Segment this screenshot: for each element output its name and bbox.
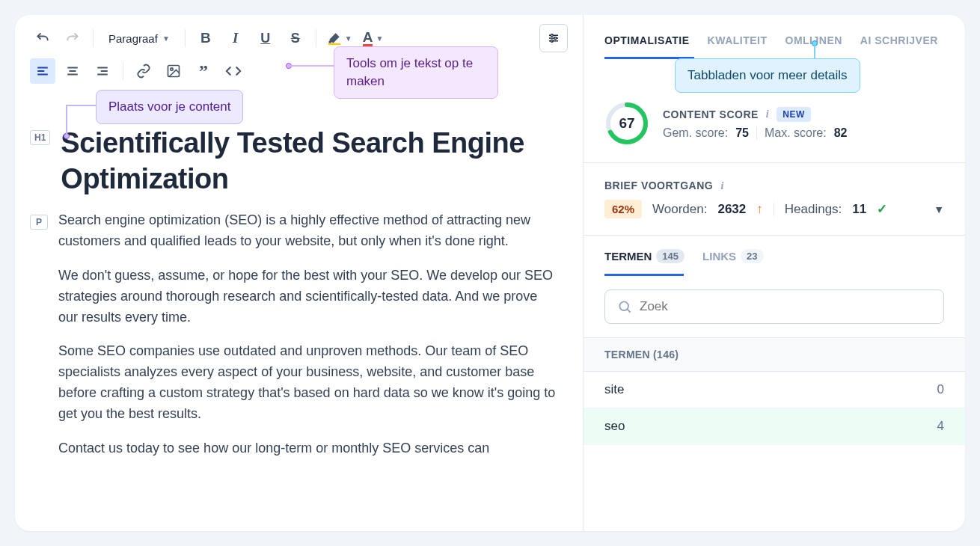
callout-content: Plaats voor je content: [96, 90, 243, 124]
toolbar: Paragraaf ▼ B I U S ▼ A ▼: [15, 15, 583, 96]
paragraph[interactable]: Contact us today to see how our long-ter…: [58, 438, 560, 459]
app-window: Paragraaf ▼ B I U S ▼ A ▼: [15, 15, 965, 531]
svg-point-6: [551, 40, 553, 42]
align-right-button[interactable]: [90, 58, 115, 84]
info-icon[interactable]: i: [766, 108, 769, 120]
block-type-label: Paragraaf: [108, 32, 158, 45]
check-icon: ✓: [877, 201, 887, 217]
svg-point-20: [619, 301, 628, 310]
svg-line-21: [627, 309, 630, 312]
link-button[interactable]: [131, 58, 156, 84]
paragraph[interactable]: We don't guess, assume, or hope for the …: [58, 266, 560, 328]
tab-ai-schrijver[interactable]: AI SCHRIJVER: [860, 34, 938, 46]
settings-button[interactable]: [539, 24, 568, 52]
paragraph[interactable]: Some SEO companies use outdated and unpr…: [58, 341, 560, 425]
search-icon: [617, 299, 632, 314]
info-icon[interactable]: i: [721, 180, 724, 191]
callout-tabs: Tabbladen voor meer details: [675, 58, 860, 93]
code-button[interactable]: [221, 58, 246, 84]
search-input[interactable]: [640, 299, 931, 314]
svg-point-17: [171, 68, 173, 70]
italic-button[interactable]: I: [223, 25, 248, 51]
chevron-down-icon[interactable]: ▼: [934, 203, 944, 215]
chevron-down-icon: ▼: [376, 34, 383, 43]
tab-optimalisatie[interactable]: OPTIMALISATIE: [604, 34, 690, 46]
chevron-down-icon: ▼: [162, 34, 170, 43]
editor-pane: Paragraaf ▼ B I U S ▼ A ▼: [15, 15, 584, 531]
callout-tools: Tools om je tekst op te maken: [334, 46, 498, 99]
term-count: 0: [937, 382, 944, 397]
brief-percent: 62%: [604, 200, 642, 218]
bold-button[interactable]: B: [193, 25, 218, 51]
heading-1[interactable]: Scientifically Tested Search Engine Opti…: [61, 126, 560, 197]
chevron-down-icon: ▼: [345, 34, 352, 43]
term-row[interactable]: site0: [584, 372, 965, 408]
tab-termen[interactable]: TERMEN 145: [604, 249, 685, 274]
block-tag-h1: H1: [30, 130, 50, 145]
score-label: CONTENT SCORE: [663, 108, 759, 120]
arrow-up-icon: ↑: [756, 202, 763, 217]
sidebar-tabs: OPTIMALISATIE KWALITEIT OMLIJNEN AI SCHR…: [584, 15, 965, 57]
block-tag-p: P: [30, 215, 48, 230]
score-value: 67: [619, 115, 634, 132]
tab-kwaliteit[interactable]: KWALITEIT: [708, 34, 768, 46]
brief-panel: BRIEF VOORTGANG i 62% Woorden: 2632 ↑ He…: [584, 163, 965, 236]
svg-point-5: [554, 37, 557, 40]
align-center-button[interactable]: [60, 58, 85, 84]
score-ring: 67: [604, 101, 649, 146]
paragraph[interactable]: Search engine optimization (SEO) is a hi…: [58, 210, 560, 252]
underline-button[interactable]: U: [253, 25, 278, 51]
strikethrough-button[interactable]: S: [283, 25, 308, 51]
new-badge: NEW: [777, 107, 811, 122]
svg-rect-0: [328, 43, 340, 46]
align-left-button[interactable]: [30, 58, 55, 84]
terms-list-header: TERMEN (146): [584, 337, 965, 372]
redo-button[interactable]: [60, 25, 85, 51]
term-name: seo: [604, 419, 625, 434]
quote-button[interactable]: ”: [191, 58, 216, 84]
svg-point-4: [551, 34, 553, 37]
term-tabs: TERMEN 145 LINKS 23: [584, 236, 965, 274]
term-name: site: [604, 382, 624, 397]
content-area[interactable]: H1 Scientifically Tested Search Engine O…: [15, 111, 583, 459]
undo-button[interactable]: [30, 25, 55, 51]
search-box[interactable]: [604, 289, 944, 324]
term-count: 4: [937, 419, 944, 434]
sidebar-pane: OPTIMALISATIE KWALITEIT OMLIJNEN AI SCHR…: [584, 15, 965, 531]
tab-links[interactable]: LINKS 23: [702, 249, 763, 274]
image-button[interactable]: [161, 58, 186, 84]
term-row[interactable]: seo4: [584, 408, 965, 445]
block-type-select[interactable]: Paragraaf ▼: [101, 28, 177, 49]
